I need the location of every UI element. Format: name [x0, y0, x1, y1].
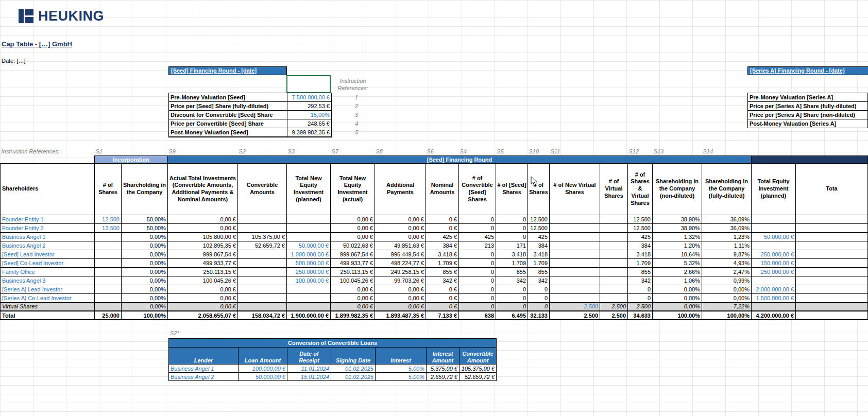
column-header[interactable]: Shareholding in the Company (fully-dilut…	[702, 163, 752, 215]
cell[interactable]: 99.703,26 €	[375, 276, 426, 285]
cell[interactable]	[600, 232, 628, 241]
cell[interactable]: 0,00%	[122, 267, 168, 276]
loan-column-header[interactable]: Interest	[376, 348, 427, 365]
cell[interactable]: 0	[496, 223, 528, 232]
loan-cell[interactable]: 100.000,00 €	[239, 365, 287, 373]
cell[interactable]	[796, 302, 868, 311]
cell[interactable]: 0 €	[426, 223, 459, 232]
cell[interactable]: 7.133 €	[426, 311, 459, 320]
cell[interactable]: 0	[459, 258, 496, 267]
cell[interactable]: 855	[528, 267, 550, 276]
cell[interactable]: 100,00%	[702, 311, 752, 320]
loan-cell[interactable]: 11.01.2024	[287, 365, 331, 373]
cell[interactable]: 50,00%	[122, 215, 168, 223]
cell[interactable]	[287, 302, 331, 311]
series-a-row-label[interactable]: Price per [Series A] Share (fully-dilute…	[748, 102, 868, 111]
cell[interactable]: 0,00 €	[375, 223, 426, 232]
cell[interactable]	[600, 223, 628, 232]
cell[interactable]: 0,00 €	[375, 215, 426, 223]
loan-column-header[interactable]: Date of Receipt	[287, 348, 331, 365]
cell[interactable]: 384 €	[426, 241, 459, 250]
lender-name[interactable]: Business Angel 1	[169, 365, 239, 373]
cell[interactable]: 1,23%	[702, 232, 752, 241]
cell[interactable]	[796, 293, 868, 302]
cell[interactable]: 0	[628, 293, 653, 302]
cell[interactable]: 36,09%	[702, 215, 752, 223]
cell[interactable]: 0	[459, 285, 496, 293]
cell[interactable]: 3.418	[628, 250, 653, 258]
cell[interactable]	[600, 258, 628, 267]
cell[interactable]: 2.058.655,07 €	[168, 311, 238, 320]
column-header[interactable]: # of Convertible [Seed] Shares	[459, 163, 496, 215]
cell[interactable]: 105.800,00 €	[168, 232, 238, 241]
shareholder-name[interactable]: Business Angel 1	[1, 232, 95, 241]
series-a-row-label[interactable]: Pre-Money Valuation [Series A]	[748, 93, 868, 102]
shareholder-name[interactable]: Family Office	[1, 267, 95, 276]
cell[interactable]: 0,00 €	[331, 232, 375, 241]
cell[interactable]: 0	[528, 293, 550, 302]
cell[interactable]: 2.500	[550, 302, 600, 311]
cell[interactable]: 0	[528, 302, 550, 311]
cell[interactable]: 0 €	[426, 215, 459, 223]
cell[interactable]: 0	[496, 302, 528, 311]
cell[interactable]: 425	[628, 232, 653, 241]
shareholder-name[interactable]: Business Angel 3	[1, 276, 95, 285]
cell[interactable]	[550, 285, 600, 293]
cell[interactable]: 171	[496, 241, 528, 250]
shareholder-name[interactable]: [Series A] Co-Lead Investor	[1, 293, 95, 302]
cell[interactable]: 0,00%	[122, 258, 168, 267]
cell[interactable]	[752, 215, 796, 223]
cell[interactable]	[95, 232, 122, 241]
cell[interactable]: 49.851,63 €	[375, 241, 426, 250]
loan-column-header[interactable]: Interest Amount	[427, 348, 459, 365]
cell[interactable]	[550, 241, 600, 250]
column-header[interactable]: Total New Equity Investment (actual)	[331, 163, 375, 215]
loan-cell[interactable]: 52.659,72 €	[459, 373, 497, 381]
loan-cell[interactable]: 50.000,00 €	[239, 373, 287, 381]
series-a-row-label[interactable]: Post-Money Valuation [Series A]	[748, 119, 868, 128]
cell[interactable]: 425 €	[426, 232, 459, 241]
cell[interactable]: 6.495	[496, 311, 528, 320]
cell[interactable]: 12.500	[628, 223, 653, 232]
cell[interactable]: 0,00 €	[375, 302, 426, 311]
series-a-band[interactable]	[752, 155, 868, 163]
cell[interactable]: 1.000.000,00 €	[287, 250, 331, 258]
cell[interactable]	[796, 258, 868, 267]
cell[interactable]: 3.418	[496, 250, 528, 258]
cell[interactable]: 0	[459, 302, 496, 311]
cell[interactable]	[95, 258, 122, 267]
seed-row-value[interactable]: 292,53 €	[287, 102, 332, 111]
cell[interactable]: 52.659,72 €	[238, 241, 287, 250]
cell[interactable]	[796, 232, 868, 241]
cell[interactable]: 0,00 €	[331, 293, 375, 302]
cell[interactable]: 250.000,00 €	[287, 267, 331, 276]
cell[interactable]: 250.113,15 €	[168, 267, 238, 276]
cell[interactable]: 0,00%	[122, 276, 168, 285]
cell[interactable]	[796, 250, 868, 258]
cell[interactable]: 0,00%	[702, 293, 752, 302]
cell[interactable]	[550, 258, 600, 267]
cell[interactable]	[95, 241, 122, 250]
seed-row-label[interactable]: Post-Money Valuation [Seed]	[169, 128, 287, 137]
cell[interactable]: 0	[459, 250, 496, 258]
cell[interactable]: 50.000,00 €	[752, 232, 796, 241]
cell[interactable]: 0,00 €	[168, 302, 238, 311]
cell[interactable]	[550, 276, 600, 285]
cell[interactable]: 9,87%	[702, 250, 752, 258]
loan-column-header[interactable]: Lender	[169, 348, 239, 365]
column-header[interactable]: Convertible Amounts	[238, 163, 287, 215]
cell[interactable]: 0	[459, 293, 496, 302]
cell[interactable]: 105.375,00 €	[238, 232, 287, 241]
seed-round-header[interactable]: [Seed] Financing Round - [date]	[168, 66, 287, 75]
seed-row-label[interactable]: Price per [Seed] Share (fully-diluted)	[169, 102, 287, 111]
cell[interactable]: 2.500	[600, 311, 628, 320]
cell[interactable]: 1,11%	[702, 241, 752, 250]
cell[interactable]	[796, 285, 868, 293]
cell[interactable]: 3.418 €	[426, 250, 459, 258]
cell[interactable]: 500.000,00 €	[287, 258, 331, 267]
series-a-round-header[interactable]: [Series A] Financing Round - [date]	[747, 66, 868, 75]
cell[interactable]: 12.500	[528, 215, 550, 223]
loan-cell[interactable]: 5,00%	[376, 365, 427, 373]
cell[interactable]	[550, 232, 600, 241]
cell[interactable]: 0,00 €	[331, 223, 375, 232]
